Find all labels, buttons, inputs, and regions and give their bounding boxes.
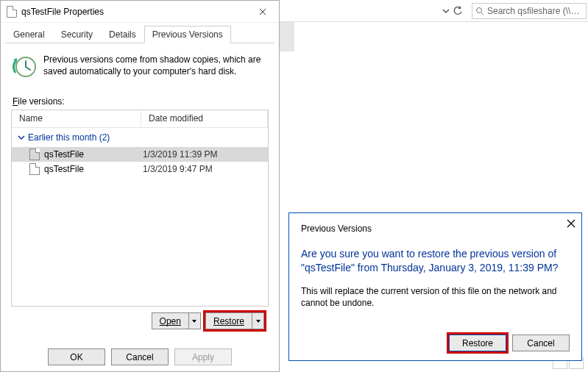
refresh-icon[interactable] [453, 6, 463, 16]
properties-window: qsTestFile Properties General Security D… [0, 0, 280, 372]
tab-security[interactable]: Security [53, 26, 101, 43]
col-date[interactable]: Date modified [141, 110, 268, 127]
explorer-content-edge [280, 22, 294, 51]
file-name: qsTestFile [44, 164, 143, 174]
svg-point-0 [477, 8, 482, 13]
search-icon [475, 7, 484, 15]
ok-button[interactable]: OK [48, 348, 105, 365]
caret-down-icon [255, 318, 261, 324]
tab-content: Previous versions come from shadow copie… [1, 43, 279, 329]
tab-previous-versions[interactable]: Previous Versions [144, 26, 231, 43]
tab-general[interactable]: General [5, 26, 53, 43]
confirm-close-button[interactable] [567, 219, 575, 228]
document-icon [7, 6, 17, 18]
caret-down-icon [191, 318, 197, 324]
chevron-down-icon [442, 7, 450, 15]
dialog-buttons: OK Cancel Apply [1, 348, 279, 365]
file-name: qsTestFile [44, 149, 143, 160]
restore-dropdown[interactable] [252, 313, 263, 329]
chevron-down-icon [18, 134, 25, 141]
confirm-restore-button[interactable]: Restore [449, 335, 506, 351]
cancel-button[interactable]: Cancel [111, 348, 169, 365]
apply-button: Apply [174, 348, 232, 365]
group-earlier-this-month[interactable]: Earlier this month (2) [12, 128, 268, 147]
history-icon [11, 54, 38, 80]
versions-list[interactable]: Name Date modified Earlier this month (2… [11, 110, 269, 307]
info-text: Previous versions come from shadow copie… [43, 54, 269, 80]
tabs: General Security Details Previous Versio… [1, 23, 279, 43]
version-row[interactable]: qsTestFile 1/3/2019 11:39 PM [12, 147, 268, 162]
confirm-sub-text: This will replace the current version of… [301, 285, 570, 309]
list-header[interactable]: Name Date modified [12, 110, 268, 128]
address-bar-controls[interactable] [442, 3, 469, 19]
confirm-title: Previous Versions [301, 223, 570, 234]
titlebar[interactable]: qsTestFile Properties [1, 1, 279, 23]
close-button[interactable] [248, 1, 277, 22]
confirm-cancel-button[interactable]: Cancel [512, 335, 570, 351]
file-icon [29, 163, 40, 175]
open-dropdown[interactable] [188, 313, 200, 329]
confirm-main-text: Are you sure you want to restore the pre… [301, 247, 570, 275]
version-row[interactable]: qsTestFile 1/3/2019 9:47 PM [12, 162, 268, 176]
search-placeholder: Search qsfileshare (\\qsstorag... [487, 6, 583, 16]
close-icon [567, 219, 575, 228]
file-date: 1/3/2019 11:39 PM [143, 149, 217, 160]
file-versions-label: File versions: [13, 96, 269, 107]
confirm-buttons: Restore Cancel [449, 335, 570, 351]
col-name[interactable]: Name [12, 110, 141, 127]
close-icon [259, 8, 266, 15]
confirm-dialog: Previous Versions Are you sure you want … [288, 212, 582, 361]
window-title: qsTestFile Properties [21, 7, 248, 17]
tab-details[interactable]: Details [101, 26, 144, 43]
search-input[interactable]: Search qsfileshare (\\qsstorag... [472, 3, 587, 19]
restore-button[interactable]: Restore [205, 312, 264, 329]
version-actions: Open Restore [11, 307, 269, 329]
file-icon [29, 149, 40, 160]
open-button[interactable]: Open [152, 312, 201, 329]
explorer-toolbar: Search qsfileshare (\\qsstorag... [280, 0, 588, 22]
file-date: 1/3/2019 9:47 PM [143, 164, 213, 174]
svg-line-1 [481, 12, 483, 15]
